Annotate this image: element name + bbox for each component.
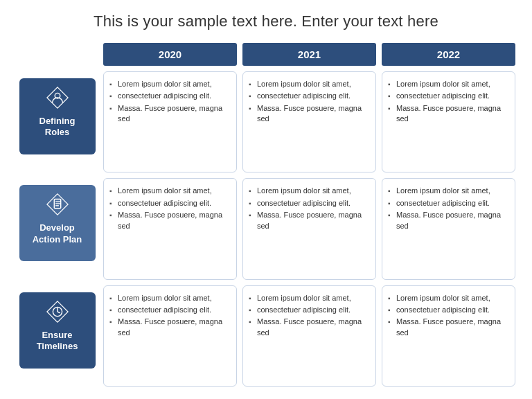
cell-develop-action-plan-2021: Lorem ipsum dolor sit amet, consectetuer… (242, 178, 376, 279)
cell-ensure-timelines-2021: Lorem ipsum dolor sit amet, consectetuer… (242, 285, 376, 387)
row-label-defining-roles: Defining Roles (14, 69, 100, 175)
cell-develop-action-plan-2022: Lorem ipsum dolor sit amet, consectetuer… (382, 178, 515, 279)
svg-line-22 (57, 312, 60, 313)
cell-ensure-timelines-2022: Lorem ipsum dolor sit amet, consectetuer… (382, 285, 515, 387)
people-icon (45, 85, 70, 110)
cell-ensure-timelines-2020: Lorem ipsum dolor sit amet, consectetuer… (103, 285, 237, 387)
row-label-develop-action-plan: Develop Action Plan (14, 175, 100, 282)
label-box-ensure-timelines: Ensure Timelines (19, 292, 96, 369)
corner-cell (14, 43, 100, 69)
label-text-develop-action-plan: Develop Action Plan (33, 222, 82, 245)
cell-develop-action-plan-2020: Lorem ipsum dolor sit amet, consectetuer… (103, 178, 237, 279)
main-grid: 2020 2021 2022 Defining Roles Lorem ipsu… (14, 43, 518, 389)
svg-marker-14 (46, 194, 67, 215)
page-title: This is your sample text here. Enter you… (14, 12, 518, 30)
row-label-ensure-timelines: Ensure Timelines (14, 283, 100, 389)
year-header-2021: 2021 (242, 43, 376, 66)
cell-defining-roles-2021: Lorem ipsum dolor sit amet, consectetuer… (242, 71, 376, 172)
label-text-ensure-timelines: Ensure Timelines (37, 330, 78, 353)
cell-defining-roles-2020: Lorem ipsum dolor sit amet, consectetuer… (103, 71, 237, 172)
label-box-defining-roles: Defining Roles (19, 78, 96, 154)
year-header-2022: 2022 (382, 43, 515, 66)
document-icon (45, 192, 70, 217)
year-header-2020: 2020 (103, 43, 237, 66)
label-box-develop-action-plan: Develop Action Plan (19, 185, 96, 261)
cell-defining-roles-2022: Lorem ipsum dolor sit amet, consectetuer… (382, 71, 515, 172)
label-text-defining-roles: Defining Roles (39, 116, 76, 139)
clock-icon (45, 299, 70, 324)
